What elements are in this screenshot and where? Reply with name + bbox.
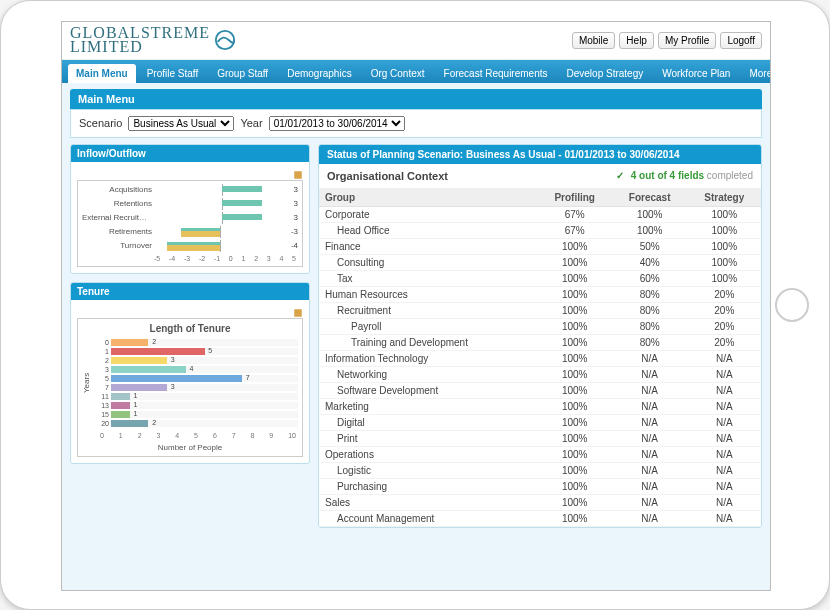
value-cell: N/A — [688, 510, 761, 526]
group-cell: Operations — [319, 446, 538, 462]
table-row[interactable]: Logistic100%N/AN/A — [319, 462, 761, 478]
table-row[interactable]: Tax100%60%100% — [319, 270, 761, 286]
header-btn-logoff[interactable]: Logoff — [720, 32, 762, 49]
bar-value: 3 — [294, 213, 298, 222]
tab-more-modules[interactable]: More Modules — [741, 64, 771, 83]
header-btn-mobile[interactable]: Mobile — [572, 32, 615, 49]
table-row[interactable]: Finance100%50%100% — [319, 238, 761, 254]
value-cell: 100% — [688, 222, 761, 238]
table-row[interactable]: Training and Development100%80%20% — [319, 334, 761, 350]
value-cell: N/A — [688, 494, 761, 510]
value-cell: 80% — [612, 286, 688, 302]
status-table: GroupProfilingForecastStrategy Corporate… — [319, 189, 761, 527]
tenure-cat: 2 — [95, 357, 109, 364]
table-row[interactable]: Digital100%N/AN/A — [319, 414, 761, 430]
value-cell: N/A — [688, 398, 761, 414]
card-action-icon[interactable] — [293, 170, 303, 180]
app-screen: GLOBALSTREME LIMITED MobileHelpMy Profil… — [61, 21, 771, 591]
value-cell: 100% — [688, 238, 761, 254]
group-cell: Digital — [319, 414, 538, 430]
value-cell: N/A — [612, 430, 688, 446]
table-row[interactable]: Purchasing100%N/AN/A — [319, 478, 761, 494]
page-body: Main Menu Scenario Business As Usual Yea… — [62, 83, 770, 590]
tab-main-menu[interactable]: Main Menu — [68, 64, 136, 83]
tab-group-staff[interactable]: Group Staff — [209, 64, 276, 83]
table-row[interactable]: Consulting100%40%100% — [319, 254, 761, 270]
inflow-row: External Recruitment3 — [82, 213, 298, 223]
tenure-cat: 15 — [95, 411, 109, 418]
group-cell: Head Office — [319, 222, 538, 238]
table-row[interactable]: Information Technology100%N/AN/A — [319, 350, 761, 366]
table-row[interactable]: Networking100%N/AN/A — [319, 366, 761, 382]
tab-forecast-requirements[interactable]: Forecast Requirements — [436, 64, 556, 83]
tab-org-context[interactable]: Org Context — [363, 64, 433, 83]
col-profiling: Profiling — [538, 189, 612, 207]
tenure-row: 57 — [95, 374, 298, 383]
filter-bar: Scenario Business As Usual Year 01/01/20… — [70, 109, 762, 138]
card-action-icon[interactable] — [293, 308, 303, 318]
svg-rect-1 — [294, 171, 302, 179]
bar-track — [154, 186, 290, 194]
status-subtitle: Organisational Context — [327, 170, 448, 182]
brand-logo: GLOBALSTREME LIMITED — [70, 26, 236, 55]
table-row[interactable]: Marketing100%N/AN/A — [319, 398, 761, 414]
brand-line2: LIMITED — [70, 38, 143, 55]
value-cell: 100% — [538, 414, 612, 430]
group-cell: Information Technology — [319, 350, 538, 366]
table-row[interactable]: Sales100%N/AN/A — [319, 494, 761, 510]
svg-rect-2 — [294, 309, 302, 317]
year-label: Year — [240, 117, 262, 129]
tenure-row: 131 — [95, 401, 298, 410]
tenure-card-title: Tenure — [71, 283, 309, 300]
value-cell: 60% — [612, 270, 688, 286]
table-row[interactable]: Print100%N/AN/A — [319, 430, 761, 446]
table-row[interactable]: Human Resources100%80%20% — [319, 286, 761, 302]
col-forecast: Forecast — [612, 189, 688, 207]
tab-demographics[interactable]: Demographics — [279, 64, 359, 83]
table-row[interactable]: Corporate67%100%100% — [319, 206, 761, 222]
status-panel: Status of Planning Scenario: Business As… — [318, 144, 762, 528]
group-cell: Software Development — [319, 382, 538, 398]
value-cell: 100% — [612, 222, 688, 238]
table-row[interactable]: Recruitment100%80%20% — [319, 302, 761, 318]
tab-workforce-plan[interactable]: Workforce Plan — [654, 64, 738, 83]
table-row[interactable]: Account Management100%N/AN/A — [319, 510, 761, 526]
tablet-home-button[interactable] — [775, 288, 809, 322]
table-row[interactable]: Software Development100%N/AN/A — [319, 382, 761, 398]
table-row[interactable]: Payroll100%80%20% — [319, 318, 761, 334]
group-cell: Logistic — [319, 462, 538, 478]
table-row[interactable]: Operations100%N/AN/A — [319, 446, 761, 462]
bar-label: Retirements — [82, 227, 152, 236]
value-cell: 100% — [538, 318, 612, 334]
value-cell: N/A — [688, 462, 761, 478]
tenure-row: 02 — [95, 338, 298, 347]
inflow-row: Acquisitions3 — [82, 185, 298, 195]
bar-value: -3 — [291, 227, 298, 236]
header-btn-my-profile[interactable]: My Profile — [658, 32, 716, 49]
scenario-select[interactable]: Business As Usual — [128, 116, 234, 131]
tenure-cat: 20 — [95, 420, 109, 427]
value-cell: 20% — [688, 302, 761, 318]
value-cell: 100% — [688, 206, 761, 222]
value-cell: N/A — [688, 446, 761, 462]
tab-profile-staff[interactable]: Profile Staff — [139, 64, 207, 83]
tenure-chart: Length of Tenure Years 02152334577311113… — [77, 318, 303, 457]
year-select[interactable]: 01/01/2013 to 30/06/2014 — [269, 116, 405, 131]
value-cell: 100% — [538, 462, 612, 478]
tenure-row: 151 — [95, 410, 298, 419]
table-row[interactable]: Head Office67%100%100% — [319, 222, 761, 238]
group-cell: Networking — [319, 366, 538, 382]
inflow-card-title: Inflow/Outflow — [71, 145, 309, 162]
value-cell: 20% — [688, 334, 761, 350]
value-cell: N/A — [688, 414, 761, 430]
bar-value: 3 — [294, 185, 298, 194]
tab-develop-strategy[interactable]: Develop Strategy — [559, 64, 652, 83]
tenure-row: 23 — [95, 356, 298, 365]
value-cell: 100% — [688, 254, 761, 270]
value-cell: 100% — [538, 382, 612, 398]
header-btn-help[interactable]: Help — [619, 32, 654, 49]
group-cell: Account Management — [319, 510, 538, 526]
value-cell: 100% — [538, 510, 612, 526]
value-cell: N/A — [612, 494, 688, 510]
group-cell: Recruitment — [319, 302, 538, 318]
